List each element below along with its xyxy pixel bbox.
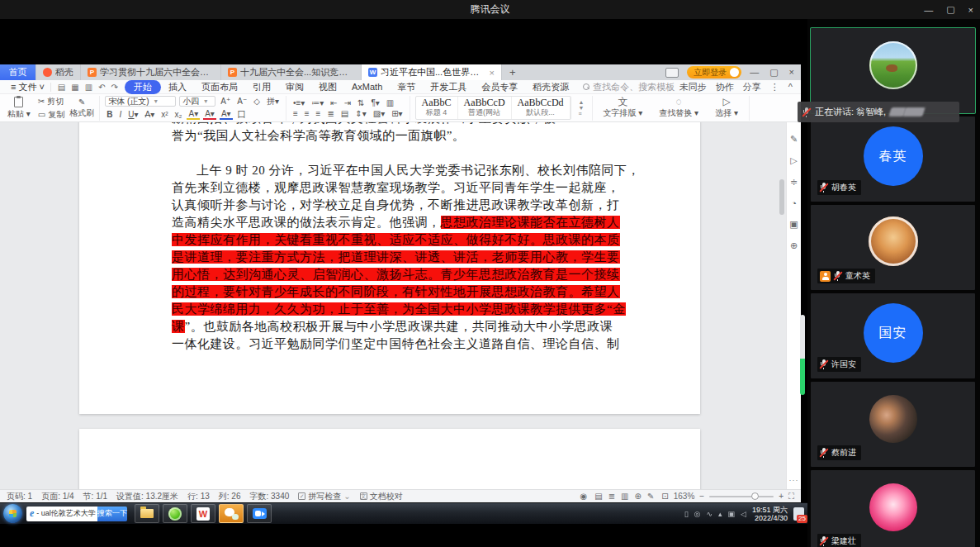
ribbon-tab-会员专享[interactable]: 会员专享 <box>474 80 525 94</box>
shading-button[interactable]: ▨▾ <box>372 109 386 118</box>
char-shading-button[interactable]: A▾ <box>220 109 233 120</box>
fullscreen-icon[interactable]: ⛶ <box>788 492 794 502</box>
ink-view-icon[interactable]: ✎ <box>647 492 654 501</box>
spell-check-button[interactable]: ✓ 拼写检查⌄ <box>298 491 350 502</box>
ribbon-tab-开始[interactable]: 开始 <box>125 80 161 94</box>
document-tab[interactable]: W习近平在中国...色世界一流大× <box>362 64 502 80</box>
superscript-button[interactable]: x² <box>159 110 169 119</box>
ribbon-tab-开发工具[interactable]: 开发工具 <box>423 80 474 94</box>
font-name-select[interactable]: 宋体 (正文)▾ <box>105 96 176 107</box>
help-icon[interactable]: ◎ <box>694 510 701 518</box>
style-card[interactable]: AaBbCcDd默认段... <box>512 97 570 119</box>
justify-button[interactable]: ≣ <box>325 109 335 118</box>
ribbon-tab-引用[interactable]: 引用 <box>245 80 278 94</box>
collapse-ribbon-icon[interactable]: ^ <box>788 82 793 92</box>
document-scrollbar[interactable] <box>779 179 784 215</box>
volume-icon[interactable]: ◁ <box>741 510 746 518</box>
sort-button[interactable]: ⇅ <box>356 98 366 107</box>
align-right-button[interactable]: ≡ <box>315 109 323 118</box>
battery-icon[interactable]: ▯ <box>684 510 689 518</box>
close-button[interactable]: × <box>968 5 973 15</box>
start-button[interactable] <box>3 504 22 523</box>
dots-menu-icon[interactable]: ⋮ <box>770 82 779 93</box>
image-tool-icon[interactable]: ▣ <box>789 219 798 230</box>
wps-minimize-button[interactable]: — <box>750 67 759 78</box>
numbered-list-button[interactable]: ≔▾ <box>310 98 325 107</box>
save-icon[interactable]: ▤ <box>58 83 65 92</box>
preview-icon[interactable]: ▥ <box>85 83 92 92</box>
distribute-button[interactable]: ▤ <box>339 109 350 118</box>
subscript-button[interactable]: x₂ <box>173 110 184 119</box>
zoom-slider[interactable] <box>709 496 774 497</box>
indent-button[interactable]: ⇥ <box>343 98 353 107</box>
wps-maximize-button[interactable]: ▢ <box>769 67 778 78</box>
wps-taskbar-item[interactable]: W <box>191 504 215 523</box>
tab-close-icon[interactable]: × <box>490 68 495 78</box>
strike-button[interactable]: A▾ <box>144 110 157 119</box>
split-view-icon[interactable] <box>665 68 679 78</box>
ribbon-tab-视图[interactable]: 视图 <box>311 80 344 94</box>
file-menu[interactable]: ≡ 文件 ˅ <box>5 81 50 93</box>
pinyin-button[interactable]: 拼▾ <box>265 96 281 107</box>
wechat-taskbar-item[interactable] <box>219 504 244 523</box>
participant-tile[interactable]: 蔡前进 <box>811 382 975 467</box>
usb-icon[interactable]: ∿ <box>706 510 713 518</box>
eye-protect-icon[interactable]: ◉ <box>580 492 588 501</box>
columns-button[interactable]: ▥ <box>385 98 395 107</box>
topbar-action[interactable]: 未同步 <box>679 81 707 93</box>
proofread-button[interactable]: 文 文档校对 <box>360 491 403 502</box>
undo-icon[interactable]: ↶ <box>98 83 105 92</box>
font-color-button[interactable]: A▾ <box>203 109 216 120</box>
select-cursor-icon[interactable]: ▷ <box>790 155 797 166</box>
zoom-out-button[interactable]: − <box>699 492 704 501</box>
history-icon[interactable]: ◔ <box>791 198 797 208</box>
enclose-char-button[interactable]: 囗 <box>236 109 248 121</box>
ribbon-tab-插入[interactable]: 插入 <box>161 80 194 94</box>
highlight-color-button[interactable]: A▾ <box>187 109 200 120</box>
redo-icon[interactable]: ↷ <box>111 83 118 92</box>
status-segment[interactable]: 节: 1/1 <box>83 491 107 502</box>
border-button[interactable]: ⊞▾ <box>390 109 404 118</box>
style-card[interactable]: AaBbC标题 4 <box>416 97 458 119</box>
ribbon-tab-AxMath[interactable]: AxMath <box>344 81 390 93</box>
bold-button[interactable]: B <box>105 110 114 119</box>
ribbon-tab-章节[interactable]: 章节 <box>390 80 423 94</box>
page-view-icon[interactable]: ▤ <box>594 492 602 501</box>
document-tab[interactable]: 稻壳 <box>36 64 81 80</box>
document-text[interactable]: 励精图治、接续奋斗，为我国人文社会科学发展作出了重要贡献，被誉为“我国人文社会科… <box>172 122 611 353</box>
ink-pen-icon[interactable]: ✎ <box>790 134 798 145</box>
topbar-action[interactable]: 协作 <box>716 81 734 93</box>
italic-button[interactable]: I <box>118 110 124 119</box>
copy-button[interactable]: ▭ 复制 <box>38 109 64 121</box>
zoom-level[interactable]: 163% <box>674 492 695 501</box>
login-button[interactable]: 立即登录 <box>687 66 741 78</box>
ribbon-tab-页面布局[interactable]: 页面布局 <box>194 80 245 94</box>
participant-tile[interactable]: 国安许国安 <box>811 293 975 378</box>
more-tools-icon[interactable]: ··· <box>789 476 799 484</box>
document-tab[interactable]: P学习贯彻十九届六中全会精神PPT <box>81 64 221 80</box>
adjust-icon[interactable]: ≑ <box>790 177 798 188</box>
document-page-2[interactable] <box>79 429 700 489</box>
align-center-button[interactable]: ≡ <box>303 109 311 118</box>
taskbar-search-button[interactable]: 搜索一下 <box>97 507 127 521</box>
zoom-in-button[interactable]: + <box>779 492 784 501</box>
minimize-button[interactable]: — <box>924 5 933 15</box>
web-tool-icon[interactable]: ⊕ <box>790 240 798 251</box>
maximize-button[interactable]: ▢ <box>946 4 954 15</box>
align-left-button[interactable]: ≡ <box>291 109 300 118</box>
text-layout-button[interactable]: 文文字排版 ▾ <box>598 97 649 119</box>
fit-page-icon[interactable]: ⊡ <box>661 492 668 501</box>
underline-button[interactable]: U▾ <box>126 110 140 119</box>
quick-access-toolbar[interactable]: ▤ ▦ ▥ ↶ ↷ <box>50 83 125 92</box>
participant-tile[interactable] <box>811 28 975 113</box>
document-tab[interactable]: P十九届六中全会...知识竞赛PPT <box>221 64 362 80</box>
status-segment[interactable]: 设置值: 13.2厘米 <box>116 491 178 502</box>
browser-360-taskbar-item[interactable] <box>163 504 187 523</box>
grow-font-button[interactable]: A⁺ <box>219 97 232 106</box>
command-search[interactable]: 查找命令、搜索模板 <box>583 81 675 93</box>
line-spacing-button[interactable]: ⇕▾ <box>353 109 367 118</box>
outline-view-icon[interactable]: ≣ <box>608 492 615 501</box>
status-segment[interactable]: 页面: 1/4 <box>41 491 73 502</box>
web-view-icon[interactable]: ⊕ <box>635 492 641 501</box>
font-size-select[interactable]: 小四▾ <box>179 96 215 107</box>
